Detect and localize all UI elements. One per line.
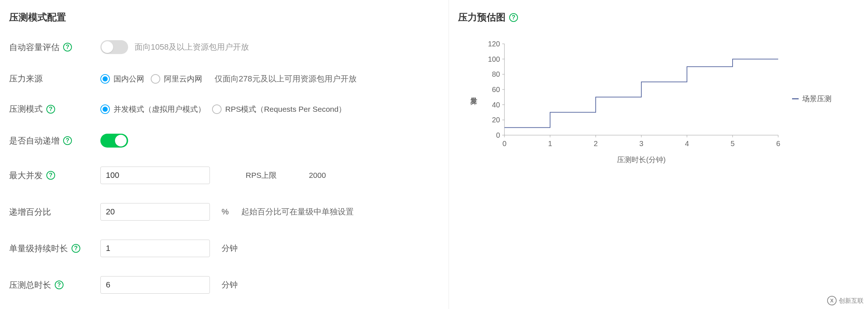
- svg-text:100: 100: [488, 55, 500, 63]
- watermark-text: 创新互联: [839, 297, 864, 305]
- svg-text:20: 20: [492, 116, 500, 124]
- row-auto-increase: 是否自动递增 ?: [9, 134, 439, 148]
- rps-limit-label: RPS上限: [246, 170, 277, 180]
- config-panel: 压测模式配置 自动容量评估 ? 面向1058及以上资源包用户开放 压力来源 国内…: [0, 0, 449, 309]
- rps-limit-value: 2000: [309, 171, 326, 180]
- chart-panel: 压力预估图 ? 并发量 0204060801001200123456 压测时长(…: [449, 0, 868, 309]
- svg-text:5: 5: [730, 140, 734, 148]
- input-max-concurrency[interactable]: [100, 167, 210, 184]
- config-title-text: 压测模式配置: [9, 11, 66, 24]
- suffix-percent: %: [222, 207, 229, 217]
- chart-body: 0204060801001200123456 压测时长(分钟): [483, 40, 782, 165]
- radio-mode-concurrent[interactable]: 并发模式（虚拟用户模式）: [100, 104, 206, 114]
- radio-source-public-label: 国内公网: [114, 74, 144, 84]
- row-max-concurrency: 最大并发 ? RPS上限 2000: [9, 167, 439, 184]
- hint-auto-capacity: 面向1058及以上资源包用户开放: [135, 42, 249, 53]
- chart-wrapper: 并发量 0204060801001200123456 压测时长(分钟) 场景压测: [469, 40, 859, 165]
- radio-source-public[interactable]: 国内公网: [100, 74, 144, 84]
- label-auto-increase: 是否自动递增 ?: [9, 135, 100, 146]
- suffix-total-duration: 分钟: [222, 279, 238, 290]
- help-icon[interactable]: ?: [63, 43, 72, 52]
- svg-text:80: 80: [492, 70, 500, 78]
- toggle-auto-capacity[interactable]: [100, 40, 128, 54]
- radio-source-internal[interactable]: 阿里云内网: [151, 74, 202, 84]
- radio-circle-icon: [100, 104, 110, 114]
- pressure-chart: 0204060801001200123456: [483, 40, 782, 150]
- radio-mode-rps[interactable]: RPS模式（Requests Per Second）: [212, 104, 346, 114]
- row-pressure-source: 压力来源 国内公网 阿里云内网 仅面向278元及以上可用资源包用户开放: [9, 73, 439, 84]
- chart-title: 压力预估图 ?: [458, 11, 859, 24]
- hint-source: 仅面向278元及以上可用资源包用户开放: [215, 73, 357, 84]
- row-auto-capacity: 自动容量评估 ? 面向1058及以上资源包用户开放: [9, 40, 439, 54]
- help-icon[interactable]: ?: [509, 13, 518, 22]
- svg-text:6: 6: [776, 140, 780, 148]
- hint-increase-percent: 起始百分比可在量级中单独设置: [241, 206, 354, 217]
- help-icon[interactable]: ?: [72, 244, 80, 253]
- row-increase-percent: 递增百分比 % 起始百分比可在量级中单独设置: [9, 203, 439, 221]
- label-total-duration: 压测总时长 ?: [9, 279, 100, 291]
- label-test-mode-text: 压测模式: [9, 103, 43, 115]
- row-test-mode: 压测模式 ? 并发模式（虚拟用户模式） RPS模式（Requests Per S…: [9, 103, 439, 115]
- radio-circle-icon: [212, 104, 222, 114]
- label-step-duration-text: 单量级持续时长: [9, 243, 68, 254]
- label-total-duration-text: 压测总时长: [9, 279, 51, 291]
- svg-text:120: 120: [488, 40, 500, 48]
- svg-text:4: 4: [685, 140, 689, 148]
- row-step-duration: 单量级持续时长 ? 分钟: [9, 240, 439, 257]
- label-increase-percent: 递增百分比: [9, 206, 100, 218]
- label-test-mode: 压测模式 ?: [9, 103, 100, 115]
- radio-circle-icon: [100, 74, 110, 84]
- label-auto-capacity: 自动容量评估 ?: [9, 42, 100, 53]
- suffix-step-duration: 分钟: [222, 243, 238, 254]
- chart-title-text: 压力预估图: [458, 11, 506, 24]
- watermark: X 创新互联: [827, 296, 864, 305]
- label-increase-percent-text: 递增百分比: [9, 206, 51, 218]
- svg-text:0: 0: [496, 131, 500, 139]
- help-icon[interactable]: ?: [63, 136, 72, 145]
- label-auto-capacity-text: 自动容量评估: [9, 42, 59, 53]
- help-icon[interactable]: ?: [46, 105, 55, 114]
- radio-mode-rps-label: RPS模式（Requests Per Second）: [225, 104, 346, 114]
- svg-text:2: 2: [594, 140, 598, 148]
- help-icon[interactable]: ?: [46, 171, 55, 180]
- svg-text:60: 60: [492, 85, 500, 94]
- radio-circle-icon: [151, 74, 160, 84]
- label-max-concurrency-text: 最大并发: [9, 170, 43, 181]
- label-auto-increase-text: 是否自动递增: [9, 135, 59, 146]
- input-total-duration[interactable]: [100, 276, 210, 294]
- chart-x-axis-label: 压测时长(分钟): [483, 155, 782, 165]
- svg-text:40: 40: [492, 101, 500, 109]
- legend-label: 场景压测: [802, 94, 831, 104]
- row-total-duration: 压测总时长 ? 分钟: [9, 276, 439, 294]
- toggle-auto-increase[interactable]: [100, 134, 128, 148]
- label-max-concurrency: 最大并发 ?: [9, 170, 100, 181]
- label-pressure-source-text: 压力来源: [9, 73, 43, 84]
- svg-text:3: 3: [639, 140, 643, 148]
- label-step-duration: 单量级持续时长 ?: [9, 243, 100, 254]
- legend-line-icon: [792, 98, 799, 99]
- label-pressure-source: 压力来源: [9, 73, 100, 84]
- input-step-duration[interactable]: [100, 240, 210, 257]
- svg-text:0: 0: [502, 140, 506, 148]
- svg-text:1: 1: [548, 140, 552, 148]
- chart-legend: 场景压测: [792, 94, 831, 104]
- input-increase-percent[interactable]: [100, 203, 210, 221]
- radio-mode-concurrent-label: 并发模式（虚拟用户模式）: [114, 104, 206, 114]
- watermark-icon: X: [827, 296, 837, 305]
- radio-source-internal-label: 阿里云内网: [164, 74, 202, 84]
- config-title: 压测模式配置: [9, 11, 439, 24]
- help-icon[interactable]: ?: [55, 281, 64, 289]
